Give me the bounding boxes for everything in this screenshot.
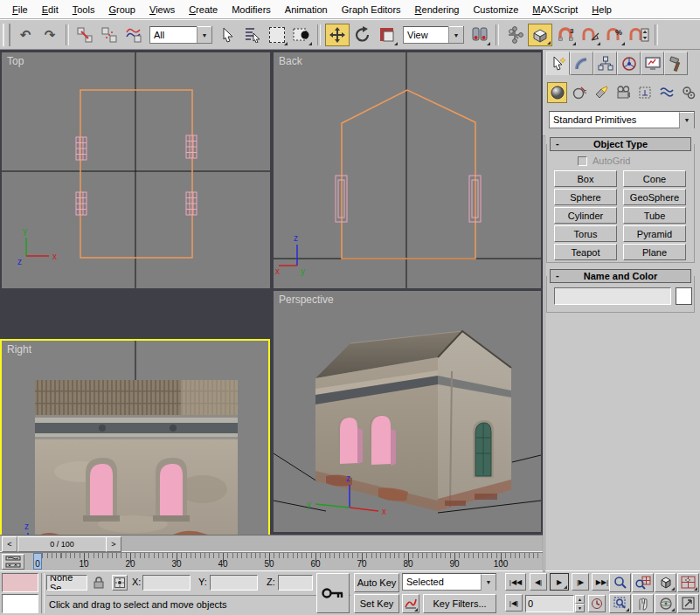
create-pyramid-button[interactable]: Pyramid: [623, 225, 686, 242]
menu-create[interactable]: Create: [182, 2, 225, 17]
go-to-start-button[interactable]: |◀◀: [505, 573, 526, 591]
set-key-button[interactable]: Set Key: [354, 594, 399, 613]
viewport-back-label[interactable]: Back: [279, 55, 302, 67]
dropdown-arrow-icon[interactable]: ▼: [481, 574, 496, 591]
object-name-field[interactable]: [554, 287, 671, 305]
redo-button[interactable]: ↷: [38, 24, 61, 46]
select-by-name-button[interactable]: [241, 24, 264, 46]
viewport-top-canvas[interactable]: y x z: [2, 52, 270, 288]
y-coordinate-input[interactable]: [211, 576, 260, 590]
time-slider-prev-button[interactable]: <: [2, 536, 17, 552]
zoom-extents-all-button[interactable]: [677, 573, 699, 592]
create-cylinder-button[interactable]: Cylinder: [554, 207, 617, 224]
percent-snap-toggle-button[interactable]: %: [603, 24, 626, 46]
dropdown-arrow-icon[interactable]: ▼: [448, 26, 463, 43]
menu-customize[interactable]: Customize: [466, 2, 525, 17]
dropdown-arrow-icon[interactable]: ▼: [197, 26, 211, 43]
menu-maxscript[interactable]: MAXScript: [525, 2, 585, 17]
create-tube-button[interactable]: Tube: [623, 207, 686, 224]
window-object[interactable]: [76, 192, 87, 215]
category-shapes-button[interactable]: [569, 82, 589, 103]
menu-tools[interactable]: Tools: [66, 2, 102, 17]
menu-group[interactable]: Group: [101, 2, 142, 17]
zoom-button[interactable]: [609, 573, 631, 592]
snaps-3d-button[interactable]: 3: [554, 24, 577, 46]
create-sphere-button[interactable]: Sphere: [554, 189, 617, 205]
viewport-back[interactable]: Back z x y: [274, 52, 541, 288]
tab-utilities[interactable]: [664, 52, 688, 75]
tab-motion[interactable]: [617, 52, 641, 75]
maxscript-mini-listener-pink[interactable]: [2, 573, 38, 592]
create-box-button[interactable]: Box: [554, 170, 617, 187]
previous-frame-button[interactable]: ◀|: [530, 573, 547, 591]
viewport-back-canvas[interactable]: z x y: [274, 52, 541, 288]
time-configuration-button[interactable]: [588, 595, 606, 612]
time-slider-track[interactable]: < 0 / 100 >: [0, 535, 543, 552]
select-and-move-button[interactable]: [325, 24, 350, 46]
object-type-rollout-header[interactable]: - Object Type: [550, 137, 691, 151]
min-max-toggle-button[interactable]: [677, 594, 699, 613]
name-color-rollout-header[interactable]: - Name and Color: [550, 269, 691, 283]
play-button[interactable]: ▶: [550, 573, 569, 591]
create-torus-button[interactable]: Torus: [554, 225, 617, 242]
menu-views[interactable]: Views: [142, 2, 182, 17]
viewport-top[interactable]: Top y x z: [2, 52, 270, 288]
arc-rotate-button[interactable]: [655, 594, 676, 613]
time-slider-next-button[interactable]: >: [106, 536, 121, 552]
box-wireframe-top[interactable]: [80, 90, 192, 258]
menu-rendering[interactable]: Rendering: [408, 2, 467, 17]
tab-create[interactable]: [546, 52, 570, 75]
window-object[interactable]: [76, 137, 87, 160]
region-zoom-button[interactable]: [609, 594, 631, 613]
key-mode-toggle-button[interactable]: |◀|: [505, 594, 523, 612]
category-lights-button[interactable]: [591, 82, 611, 103]
undo-button[interactable]: ↶: [14, 24, 37, 46]
key-mode-dropdown[interactable]: Selected ▼: [402, 573, 496, 591]
viewport-top-label[interactable]: Top: [7, 55, 24, 67]
unlink-selection-button[interactable]: [98, 24, 121, 46]
bind-to-space-warp-button[interactable]: [122, 24, 145, 46]
menu-animation[interactable]: Animation: [278, 2, 335, 17]
category-cameras-button[interactable]: [613, 82, 633, 103]
current-frame-input[interactable]: [526, 596, 577, 612]
create-plane-button[interactable]: Plane: [623, 244, 686, 260]
menu-modifiers[interactable]: Modifiers: [225, 2, 278, 17]
tab-hierarchy[interactable]: [593, 52, 617, 75]
category-systems-button[interactable]: [678, 82, 698, 103]
select-and-link-button[interactable]: [73, 24, 96, 46]
house-textured-right[interactable]: [35, 380, 238, 549]
toolbar-drag-handle[interactable]: [3, 24, 10, 46]
menu-file[interactable]: File: [5, 2, 35, 17]
select-and-manipulate-button[interactable]: [503, 24, 526, 46]
frame-spinner[interactable]: ▲ ▼: [575, 595, 585, 612]
open-mini-curve-editor-button[interactable]: [2, 554, 24, 570]
viewport-perspective-label[interactable]: Perspective: [279, 294, 334, 306]
window-object[interactable]: [153, 458, 190, 522]
object-name-input[interactable]: [555, 288, 674, 304]
select-object-button[interactable]: [217, 24, 239, 46]
autogrid-checkbox[interactable]: [578, 156, 587, 166]
next-frame-button[interactable]: |▶: [572, 573, 589, 591]
spinner-down-icon[interactable]: ▼: [575, 604, 585, 612]
window-object[interactable]: [186, 135, 197, 158]
reference-coordinate-system-dropdown[interactable]: View ▼: [403, 26, 464, 44]
window-object[interactable]: [83, 458, 120, 522]
viewport-perspective-canvas[interactable]: z y x: [274, 291, 541, 532]
selection-lock-toggle[interactable]: [91, 575, 107, 591]
absolute-mode-transform-toggle[interactable]: [112, 575, 128, 591]
select-and-scale-button[interactable]: [376, 24, 399, 46]
primitive-category-dropdown[interactable]: Standard Primitives ▼: [549, 111, 695, 128]
x-coordinate-input[interactable]: [143, 576, 193, 590]
house-textured-perspective[interactable]: [315, 331, 511, 511]
house-wireframe-back[interactable]: [342, 90, 475, 259]
panel-scrollbar[interactable]: [543, 135, 545, 572]
zoom-extents-button[interactable]: [655, 573, 676, 592]
current-frame-field[interactable]: [525, 595, 574, 612]
door-object[interactable]: [473, 420, 494, 478]
tab-modify[interactable]: [570, 52, 593, 75]
key-filters-button[interactable]: Key Filters...: [423, 594, 496, 613]
select-and-rotate-button[interactable]: [351, 24, 374, 46]
rectangular-selection-region-button[interactable]: [266, 24, 288, 46]
category-geometry-button[interactable]: [547, 82, 567, 103]
viewport-perspective[interactable]: Perspective: [274, 291, 541, 532]
